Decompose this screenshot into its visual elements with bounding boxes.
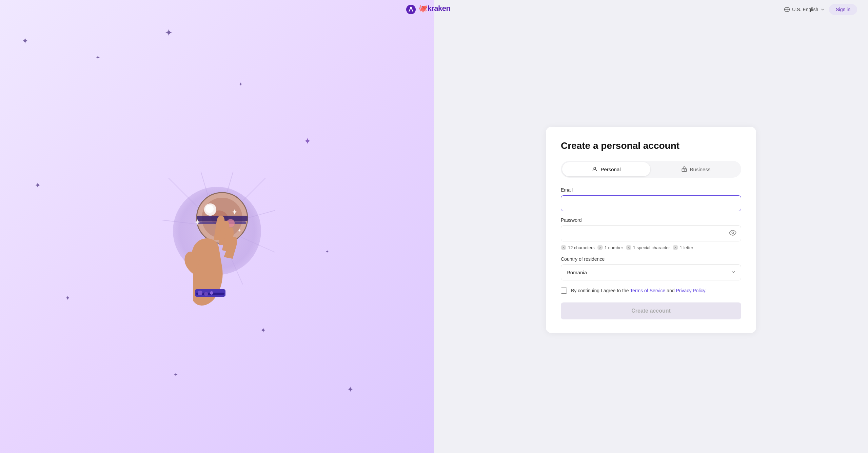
country-field-group: Country of residence Romania United Stat… xyxy=(561,256,741,280)
hero-illustration xyxy=(149,142,285,311)
star-decoration: ✦ xyxy=(22,36,28,46)
country-label: Country of residence xyxy=(561,256,741,262)
create-account-button[interactable]: Create account xyxy=(561,302,741,319)
svg-point-23 xyxy=(198,291,202,295)
terms-row: By continuing I agree to the Terms of Se… xyxy=(561,287,741,294)
hand-coin-svg xyxy=(166,169,268,311)
logo-text: 🐙kraken xyxy=(418,3,462,16)
star-decoration: ✦ xyxy=(96,54,100,61)
country-select[interactable]: Romania United States United Kingdom Ger… xyxy=(561,264,741,280)
svg-point-25 xyxy=(210,291,213,295)
right-panel: Create a personal account Personal Busin… xyxy=(434,0,868,453)
email-input[interactable] xyxy=(561,195,741,211)
req-chars-label: 12 characters xyxy=(568,245,595,250)
account-tabs: Personal Business xyxy=(561,161,741,178)
terms-checkbox[interactable] xyxy=(561,288,567,294)
form-card: Create a personal account Personal Busin… xyxy=(546,127,756,333)
header-right: U.S. English Sign in xyxy=(784,4,857,15)
req-special-label: 1 special character xyxy=(633,245,670,250)
svg-point-30 xyxy=(732,232,734,234)
globe-icon xyxy=(784,6,790,13)
tab-personal-label: Personal xyxy=(600,166,620,172)
header: 🐙kraken U.S. English Sign in xyxy=(0,0,868,19)
terms-text: By continuing I agree to the Terms of Se… xyxy=(571,287,706,294)
building-icon xyxy=(681,166,687,172)
email-field-group: Email xyxy=(561,187,741,211)
tab-personal[interactable]: Personal xyxy=(562,162,650,176)
star-decoration: ✦ xyxy=(260,326,266,334)
req-x-icon: ✕ xyxy=(561,245,566,250)
req-chip-number: ✕ 1 number xyxy=(597,245,623,250)
person-icon xyxy=(592,166,598,172)
req-x-icon: ✕ xyxy=(626,245,631,250)
req-chip-chars: ✕ 12 characters xyxy=(561,245,595,250)
kraken-icon xyxy=(406,4,416,15)
svg-point-19 xyxy=(205,205,214,213)
tab-business[interactable]: Business xyxy=(652,162,740,176)
terms-text-after: . xyxy=(705,288,707,293)
req-number-label: 1 number xyxy=(605,245,623,250)
password-label: Password xyxy=(561,217,741,223)
star-decoration: ✦ xyxy=(347,385,353,394)
star-decoration: ✦ xyxy=(239,81,243,87)
logo: 🐙kraken xyxy=(406,3,462,16)
terms-text-before: By continuing I agree to the xyxy=(571,288,630,293)
svg-point-24 xyxy=(204,292,208,296)
star-decoration: ✦ xyxy=(326,249,329,254)
sign-in-button[interactable]: Sign in xyxy=(829,4,857,15)
req-x-icon: ✕ xyxy=(673,245,678,250)
terms-text-mid: and xyxy=(665,288,676,293)
star-decoration: ✦ xyxy=(35,181,41,190)
chevron-down-icon xyxy=(820,7,825,12)
svg-point-0 xyxy=(406,5,416,14)
star-decoration: ✦ xyxy=(65,294,70,302)
language-label: U.S. English xyxy=(792,7,818,12)
email-label: Email xyxy=(561,187,741,193)
password-wrapper xyxy=(561,225,741,241)
star-decoration: ✦ xyxy=(165,27,173,38)
svg-point-26 xyxy=(594,167,596,169)
star-decoration: ✦ xyxy=(304,136,311,146)
country-select-wrapper: Romania United States United Kingdom Ger… xyxy=(561,264,741,280)
form-title: Create a personal account xyxy=(561,140,741,151)
terms-of-service-link[interactable]: Terms of Service xyxy=(630,288,665,293)
req-chip-letter: ✕ 1 letter xyxy=(673,245,693,250)
req-chip-special: ✕ 1 special character xyxy=(626,245,670,250)
kraken-wordmark: 🐙kraken xyxy=(418,3,462,14)
language-selector[interactable]: U.S. English xyxy=(784,6,825,13)
password-field-group: Password ✕ 12 characters ✕ 1 n xyxy=(561,217,741,250)
password-requirements: ✕ 12 characters ✕ 1 number ✕ 1 special c… xyxy=(561,245,741,250)
privacy-policy-link[interactable]: Privacy Policy xyxy=(676,288,705,293)
left-panel: ✦ ✦ ✦ ✦ ✦ ✦ ✦ ✦ ✦ ✦ ✦ xyxy=(0,0,434,453)
svg-text:🐙kraken: 🐙kraken xyxy=(418,4,451,13)
svg-point-1 xyxy=(410,7,412,8)
star-decoration: ✦ xyxy=(174,372,178,378)
tab-business-label: Business xyxy=(690,166,711,172)
req-x-icon: ✕ xyxy=(597,245,603,250)
toggle-password-icon[interactable] xyxy=(729,229,736,238)
password-input[interactable] xyxy=(561,225,741,241)
req-letter-label: 1 letter xyxy=(680,245,693,250)
